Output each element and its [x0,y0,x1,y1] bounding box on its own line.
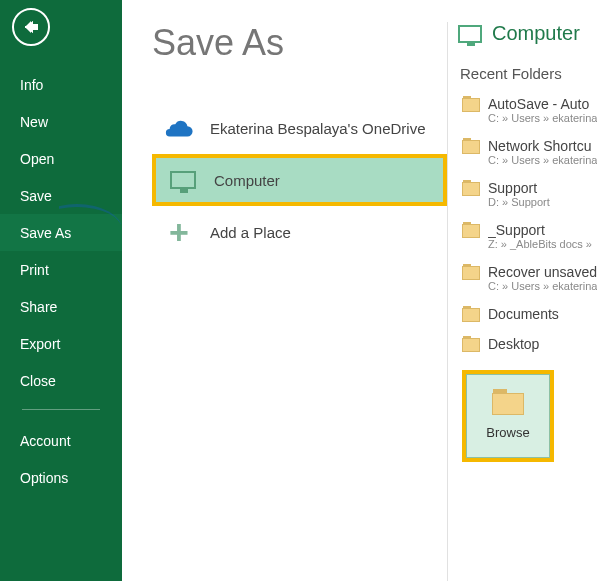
main-pane: Save As Ekaterina Bespalaya's OneDrive C… [122,0,611,581]
nav-info[interactable]: Info [0,66,122,103]
recent-folder-item[interactable]: Documents [454,302,611,326]
browse-label: Browse [486,425,529,440]
folder-name: AutoSave - Auto [488,96,597,112]
place-computer[interactable]: Computer [152,154,447,206]
folder-name: Desktop [488,336,539,352]
nav-close[interactable]: Close [0,362,122,399]
folder-name: Network Shortcu [488,138,597,154]
folder-icon [462,140,480,154]
recent-folder-item[interactable]: AutoSave - AutoC: » Users » ekaterina [454,92,611,128]
folder-path: C: » Users » ekaterina [488,280,597,292]
location-panel: Computer Recent Folders AutoSave - AutoC… [447,22,611,581]
plus-icon: + [164,217,194,247]
recent-folder-item[interactable]: SupportD: » Support [454,176,611,212]
folder-icon [462,98,480,112]
nav-save[interactable]: Save [0,177,122,214]
computer-icon [458,25,482,43]
nav-account[interactable]: Account [0,422,122,459]
nav-export[interactable]: Export [0,325,122,362]
browse-highlight: Browse [462,370,554,462]
folder-name: Recover unsaved [488,264,597,280]
recent-folders-list: AutoSave - AutoC: » Users » ekaterinaNet… [454,92,611,356]
nav-save-as[interactable]: Save As [0,214,122,251]
computer-icon [168,165,198,195]
location-heading: Computer [454,22,611,45]
cloud-icon [164,113,194,143]
place-computer-label: Computer [214,172,280,189]
nav-print[interactable]: Print [0,251,122,288]
folder-icon [462,224,480,238]
folder-name: Support [488,180,550,196]
nav-options[interactable]: Options [0,459,122,496]
folder-icon [462,308,480,322]
folder-path: D: » Support [488,196,550,208]
folder-path: C: » Users » ekaterina [488,112,597,124]
place-add[interactable]: + Add a Place [152,206,447,258]
place-onedrive-label: Ekaterina Bespalaya's OneDrive [210,120,425,137]
folder-icon [462,338,480,352]
folder-icon [462,266,480,280]
places-column: Save As Ekaterina Bespalaya's OneDrive C… [152,22,447,581]
recent-folders-label: Recent Folders [454,65,611,82]
recent-folder-item[interactable]: Desktop [454,332,611,356]
browse-button[interactable]: Browse [466,374,550,458]
sidebar-divider [22,409,100,410]
place-add-label: Add a Place [210,224,291,241]
page-title: Save As [152,22,447,64]
nav-new[interactable]: New [0,103,122,140]
nav-share[interactable]: Share [0,288,122,325]
folder-icon [492,393,524,415]
recent-folder-item[interactable]: _SupportZ: » _AbleBits docs » [454,218,611,254]
folder-name: _Support [488,222,592,238]
recent-folder-item[interactable]: Network ShortcuC: » Users » ekaterina [454,134,611,170]
recent-folder-item[interactable]: Recover unsavedC: » Users » ekaterina [454,260,611,296]
back-button[interactable] [12,8,50,46]
folder-icon [462,182,480,196]
folder-path: C: » Users » ekaterina [488,154,597,166]
backstage-sidebar: Info New Open Save Save As Print Share E… [0,0,122,581]
back-arrow-icon [22,18,40,36]
nav-open[interactable]: Open [0,140,122,177]
folder-path: Z: » _AbleBits docs » [488,238,592,250]
folder-name: Documents [488,306,559,322]
place-onedrive[interactable]: Ekaterina Bespalaya's OneDrive [152,102,447,154]
